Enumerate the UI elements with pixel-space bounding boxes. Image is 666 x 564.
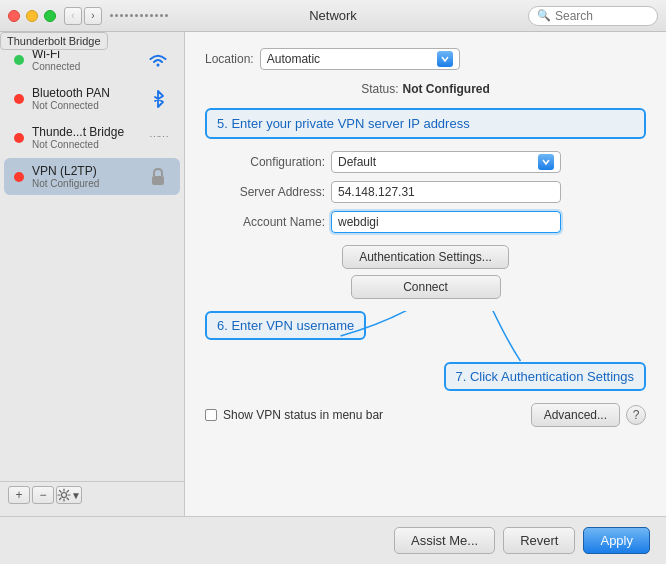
main-container: Wi-Fi Connected Bluetooth PAN Not Connec… bbox=[0, 32, 666, 516]
network-status-tb: Not Connected bbox=[32, 139, 146, 150]
status-dot-wifi bbox=[14, 55, 24, 65]
revert-button[interactable]: Revert bbox=[503, 527, 575, 554]
status-row: Status: Not Configured bbox=[205, 82, 646, 96]
thunderbolt-icon: ⋯⋯ bbox=[146, 126, 170, 150]
search-input[interactable] bbox=[555, 9, 655, 23]
toolbar-arrows: ‹ › bbox=[64, 7, 102, 25]
location-select[interactable]: Automatic bbox=[260, 48, 460, 70]
network-status-wifi: Connected bbox=[32, 61, 146, 72]
sidebar-item-thunderbolt[interactable]: Thunde...t Bridge Not Connected ⋯⋯ bbox=[4, 119, 180, 156]
server-input[interactable] bbox=[331, 181, 561, 203]
status-dot-bluetooth bbox=[14, 94, 24, 104]
location-label: Location: bbox=[205, 52, 254, 66]
footer: Assist Me... Revert Apply bbox=[0, 516, 666, 564]
search-icon: 🔍 bbox=[537, 9, 551, 22]
svg-rect-1 bbox=[152, 176, 164, 185]
configuration-row: Configuration: Default bbox=[205, 151, 646, 173]
network-status-bt: Not Connected bbox=[32, 100, 146, 111]
wifi-icon bbox=[146, 48, 170, 72]
auth-settings-button[interactable]: Authentication Settings... bbox=[342, 245, 509, 269]
search-bar[interactable]: 🔍 bbox=[528, 6, 658, 26]
content-panel: Location: Automatic Status: Not Configur… bbox=[185, 32, 666, 516]
status-value: Not Configured bbox=[403, 82, 490, 96]
status-label: Status: bbox=[361, 82, 398, 96]
connect-button[interactable]: Connect bbox=[351, 275, 501, 299]
vpn-status-checkbox[interactable] bbox=[205, 409, 217, 421]
settings-gear-button[interactable]: ▼ bbox=[56, 486, 82, 504]
sidebar-controls: + − ▼ bbox=[0, 481, 184, 508]
titlebar: ‹ › Network 🔍 bbox=[0, 0, 666, 32]
window-title: Network bbox=[309, 8, 357, 23]
lock-icon bbox=[146, 165, 170, 189]
back-button[interactable]: ‹ bbox=[64, 7, 82, 25]
annotation-6-text: 6. Enter VPN username bbox=[217, 318, 354, 333]
vpn-status-label: Show VPN status in menu bar bbox=[223, 408, 383, 422]
annotation-5-box: 5. Enter your private VPN server IP addr… bbox=[205, 108, 646, 139]
advanced-button[interactable]: Advanced... bbox=[531, 403, 620, 427]
svg-point-2 bbox=[62, 493, 67, 498]
location-value: Automatic bbox=[267, 52, 437, 66]
buttons-row: Authentication Settings... Connect bbox=[205, 245, 646, 299]
network-status-vpn: Not Configured bbox=[32, 178, 146, 189]
status-dot-thunderbolt bbox=[14, 133, 24, 143]
traffic-lights bbox=[8, 10, 56, 22]
network-name-bt: Bluetooth PAN bbox=[32, 86, 146, 100]
tooltip-label: Thunderbolt Bridge bbox=[0, 32, 108, 50]
assist-me-button[interactable]: Assist Me... bbox=[394, 527, 495, 554]
configuration-label: Configuration: bbox=[205, 155, 325, 169]
annotation-7-box: 7. Click Authentication Settings bbox=[444, 362, 647, 391]
bluetooth-icon bbox=[146, 87, 170, 111]
network-name-tb: Thunde...t Bridge bbox=[32, 125, 146, 139]
svg-point-0 bbox=[157, 63, 160, 66]
minimize-button[interactable] bbox=[26, 10, 38, 22]
sidebar-item-bluetooth[interactable]: Bluetooth PAN Not Connected bbox=[4, 80, 180, 117]
config-arrow-icon bbox=[538, 154, 554, 170]
sidebar: Wi-Fi Connected Bluetooth PAN Not Connec… bbox=[0, 32, 185, 516]
toolbar-dots[interactable] bbox=[110, 14, 168, 17]
apply-button[interactable]: Apply bbox=[583, 527, 650, 554]
annotation-6-box: 6. Enter VPN username bbox=[205, 311, 366, 340]
annotation-5-text: 5. Enter your private VPN server IP addr… bbox=[217, 116, 470, 131]
close-button[interactable] bbox=[8, 10, 20, 22]
remove-network-button[interactable]: − bbox=[32, 486, 54, 504]
forward-button[interactable]: › bbox=[84, 7, 102, 25]
bottom-row: Show VPN status in menu bar Advanced... … bbox=[205, 403, 646, 427]
status-dot-vpn bbox=[14, 172, 24, 182]
configuration-select[interactable]: Default bbox=[331, 151, 561, 173]
location-arrow-icon bbox=[437, 51, 453, 67]
server-label: Server Address: bbox=[205, 185, 325, 199]
account-input[interactable] bbox=[331, 211, 561, 233]
server-address-row: Server Address: bbox=[205, 181, 646, 203]
configuration-value: Default bbox=[338, 155, 538, 169]
sidebar-item-vpn[interactable]: VPN (L2TP) Not Configured bbox=[4, 158, 180, 195]
maximize-button[interactable] bbox=[44, 10, 56, 22]
location-row: Location: Automatic bbox=[205, 48, 646, 70]
account-name-row: Account Name: bbox=[205, 211, 646, 233]
help-button[interactable]: ? bbox=[626, 405, 646, 425]
add-network-button[interactable]: + bbox=[8, 486, 30, 504]
annotation-7-text: 7. Click Authentication Settings bbox=[456, 369, 635, 384]
network-name-vpn: VPN (L2TP) bbox=[32, 164, 146, 178]
account-label: Account Name: bbox=[205, 215, 325, 229]
